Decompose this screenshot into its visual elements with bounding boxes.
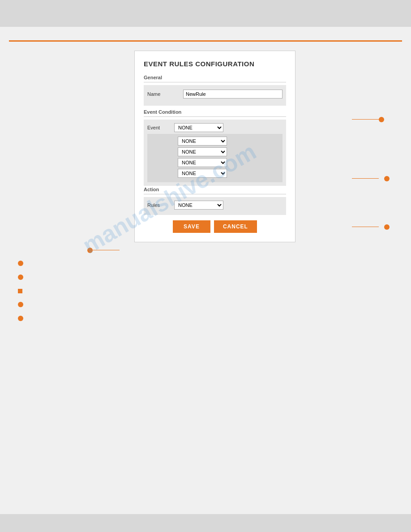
event-row-4: NONE (151, 158, 279, 167)
callout-line-4 (93, 250, 120, 250)
top-bar (0, 0, 411, 27)
event-row-2: NONE (151, 137, 279, 146)
rules-dropdown[interactable]: NONE (174, 201, 223, 210)
callout-dot-3 (384, 224, 390, 230)
legend-square-3 (18, 289, 22, 293)
save-button[interactable]: SAVE (173, 220, 210, 233)
callout-line-3 (352, 227, 379, 227)
button-row: SAVE CANCEL (144, 220, 286, 233)
event-rows-block: NONE NONE NONE (147, 134, 283, 182)
callout-dot-4 (87, 248, 93, 253)
name-label: Name (147, 91, 183, 97)
general-section: General Name (144, 75, 286, 106)
general-label: General (144, 75, 286, 82)
callout-line-1 (352, 119, 379, 120)
event-dropdown-3[interactable]: NONE (178, 147, 227, 156)
cancel-button[interactable]: CANCEL (214, 220, 257, 233)
event-condition-section: Event Condition Event NONE NONE (144, 109, 286, 186)
legend-item-4 (18, 301, 393, 307)
config-panel: EVENT RULES CONFIGURATION General Name E… (134, 51, 295, 242)
legend-dot-4 (18, 302, 23, 307)
legend-dot-5 (18, 316, 23, 321)
rules-label: Rules (147, 202, 174, 208)
event-dropdown-5[interactable]: NONE (178, 169, 227, 178)
main-content: manualshive.com EVENT RULES CONFIGURATIO… (0, 51, 411, 338)
name-row: Name (147, 88, 283, 100)
rules-row: Rules NONE (147, 201, 283, 210)
action-block: Rules NONE (144, 197, 286, 215)
action-section: Action Rules NONE (144, 187, 286, 215)
bottom-bar (0, 514, 411, 532)
config-title: EVENT RULES CONFIGURATION (144, 60, 286, 68)
callout-dot-1 (379, 117, 384, 122)
event-label: Event (147, 125, 174, 130)
event-dropdown-1[interactable]: NONE (174, 123, 223, 132)
event-dropdown-4[interactable]: NONE (178, 158, 227, 167)
event-row-1: Event NONE (147, 123, 283, 132)
legend-item-5 (18, 315, 393, 321)
legend-dot-1 (18, 261, 23, 266)
legend-item-3 (18, 288, 393, 293)
event-condition-block: Event NONE NONE NONE (144, 120, 286, 186)
action-label: Action (144, 187, 286, 194)
orange-divider (9, 40, 402, 42)
legend-item-2 (18, 274, 393, 280)
name-section: Name (144, 85, 286, 106)
event-condition-label: Event Condition (144, 109, 286, 117)
callout-dot-2 (384, 176, 390, 181)
bottom-legend (9, 251, 402, 338)
event-row-5: NONE (151, 169, 279, 178)
legend-item-1 (18, 260, 393, 266)
callout-line-2 (352, 178, 379, 179)
event-dropdown-2[interactable]: NONE (178, 137, 227, 146)
legend-dot-2 (18, 275, 23, 280)
event-row-3: NONE (151, 147, 279, 156)
name-input[interactable] (183, 90, 283, 99)
